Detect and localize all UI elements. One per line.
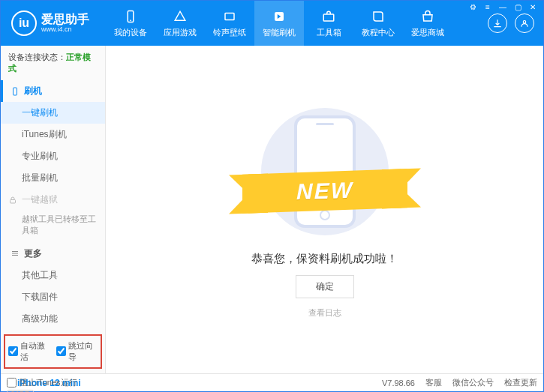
svg-rect-4	[323, 14, 334, 21]
section-jailbreak: 一键越狱 越狱工具已转移至工具箱	[1, 189, 105, 243]
titlebar: iu 爱思助手 www.i4.cn 我的设备 应用游戏 铃声壁纸 智能刷机	[1, 1, 543, 46]
nav-label: 智能刷机	[263, 27, 296, 38]
phone-icon	[11, 87, 20, 96]
section-more-header[interactable]: 更多	[1, 243, 105, 265]
nav-label: 我的设备	[114, 27, 147, 38]
block-itunes-checkbox[interactable]: 阻止iTunes运行	[7, 377, 77, 388]
book-icon	[371, 9, 386, 24]
list-icon	[11, 249, 20, 258]
sidebar-item-other-tools[interactable]: 其他工具	[1, 265, 105, 286]
flash-icon	[272, 9, 287, 24]
section-title: 更多	[24, 247, 42, 260]
service-link[interactable]: 客服	[425, 377, 442, 388]
ok-button[interactable]: 确定	[296, 275, 354, 298]
svg-rect-2	[225, 13, 234, 19]
checkbox-input[interactable]	[56, 346, 66, 356]
sidebar-item-pro-flash[interactable]: 专业刷机	[1, 145, 105, 167]
options-highlight-box: 自动激活 跳过向导	[4, 334, 102, 369]
checkbox-label: 自动激活	[20, 340, 50, 363]
phone-icon	[123, 9, 138, 24]
settings-icon[interactable]: ⚙	[467, 3, 478, 10]
sidebar-item-batch-flash[interactable]: 批量刷机	[1, 167, 105, 189]
nav-label: 应用游戏	[164, 27, 197, 38]
app-url: www.i4.cn	[41, 25, 89, 33]
window-controls: ⚙ ≡ — ▢ ✕	[467, 3, 538, 10]
checkbox-input[interactable]	[8, 346, 18, 356]
section-title: 刷机	[24, 85, 42, 97]
minimize-icon[interactable]: —	[497, 3, 508, 10]
title-right	[479, 13, 543, 33]
connection-status: 设备连接状态：正常模式	[1, 46, 105, 80]
menu-icon[interactable]: ≡	[482, 3, 493, 10]
nav-tutorials[interactable]: 教程中心	[353, 1, 403, 46]
checkbox-auto-activate[interactable]: 自动激活	[8, 340, 50, 363]
nav-ringtones[interactable]: 铃声壁纸	[205, 1, 254, 46]
checkbox-skip-guide[interactable]: 跳过向导	[56, 340, 98, 363]
wallpaper-icon	[222, 9, 237, 24]
section-title: 一键越狱	[22, 193, 58, 206]
body: 设备连接状态：正常模式 刷机 一键刷机 iTunes刷机 专业刷机 批量刷机 一…	[1, 46, 543, 373]
sidebar-item-onekey-flash[interactable]: 一键刷机	[1, 102, 105, 124]
sidebar: 设备连接状态：正常模式 刷机 一键刷机 iTunes刷机 专业刷机 批量刷机 一…	[1, 46, 106, 373]
section-flash: 刷机 一键刷机 iTunes刷机 专业刷机 批量刷机	[1, 80, 105, 189]
version-label: V7.98.66	[382, 379, 415, 388]
main-content: NEW 恭喜您，保资料刷机成功啦！ 确定 查看日志	[106, 46, 543, 373]
user-button[interactable]	[515, 13, 534, 33]
app-name: 爱思助手	[41, 13, 89, 25]
download-button[interactable]	[488, 13, 507, 33]
section-flash-header[interactable]: 刷机	[1, 80, 105, 102]
lock-icon	[8, 196, 17, 205]
svg-rect-6	[14, 88, 17, 95]
svg-rect-7	[11, 199, 16, 203]
app-window: ⚙ ≡ — ▢ ✕ iu 爱思助手 www.i4.cn 我的设备 应用游戏 铃声	[0, 0, 544, 392]
nav-label: 爱思商城	[411, 27, 444, 38]
sidebar-item-advanced[interactable]: 高级功能	[1, 308, 105, 330]
checkbox-label: 阻止iTunes运行	[20, 377, 77, 388]
nav-store[interactable]: 爱思商城	[403, 1, 452, 46]
logo: iu 爱思助手 www.i4.cn	[1, 10, 106, 36]
check-update-link[interactable]: 检查更新	[504, 377, 537, 388]
new-ribbon: NEW	[242, 169, 407, 214]
close-icon[interactable]: ✕	[527, 3, 538, 10]
nav-label: 铃声壁纸	[213, 27, 246, 38]
wechat-link[interactable]: 微信公众号	[452, 377, 494, 388]
logo-icon: iu	[11, 10, 37, 36]
nav-flash[interactable]: 智能刷机	[254, 1, 304, 46]
section-jailbreak-header: 一键越狱	[1, 189, 105, 211]
svg-point-5	[523, 21, 526, 24]
status-label: 设备连接状态：	[8, 52, 66, 61]
nav-apps[interactable]: 应用游戏	[155, 1, 205, 46]
sidebar-item-itunes-flash[interactable]: iTunes刷机	[1, 124, 105, 145]
view-log-link[interactable]: 查看日志	[308, 307, 341, 319]
success-message: 恭喜您，保资料刷机成功啦！	[251, 252, 398, 266]
sidebar-item-download-firmware[interactable]: 下载固件	[1, 286, 105, 308]
nav-toolbox[interactable]: 工具箱	[304, 1, 353, 46]
nav-label: 工具箱	[317, 27, 341, 38]
top-nav: 我的设备 应用游戏 铃声壁纸 智能刷机 工具箱 教程中心	[106, 1, 479, 46]
nav-label: 教程中心	[362, 27, 395, 38]
statusbar-right: V7.98.66 客服 微信公众号 检查更新	[382, 377, 537, 388]
checkbox-input[interactable]	[7, 378, 17, 388]
ribbon-text: NEW	[296, 178, 353, 205]
apps-icon	[173, 9, 188, 24]
store-icon	[420, 9, 435, 24]
maximize-icon[interactable]: ▢	[512, 3, 523, 10]
section-more: 更多 其他工具 下载固件 高级功能	[1, 243, 105, 330]
nav-my-device[interactable]: 我的设备	[106, 1, 155, 46]
jailbreak-note: 越狱工具已转移至工具箱	[1, 211, 105, 243]
toolbox-icon	[321, 9, 336, 24]
success-illustration: NEW	[250, 100, 400, 243]
checkbox-label: 跳过向导	[68, 340, 98, 363]
